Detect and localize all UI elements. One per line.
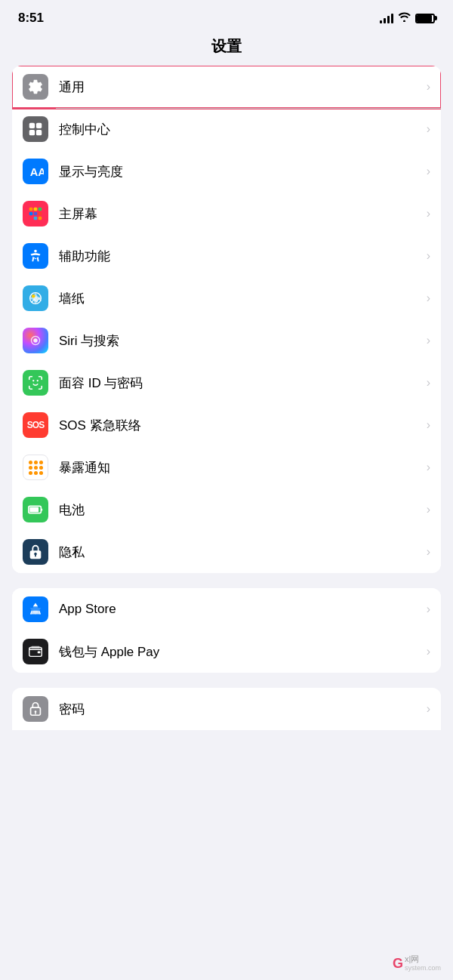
passwords-chevron: ›: [427, 702, 430, 716]
settings-item-control-center[interactable]: 控制中心 ›: [12, 108, 441, 150]
battery-chevron: ›: [427, 503, 430, 516]
svg-text:AA: AA: [30, 166, 44, 178]
homescreen-chevron: ›: [427, 207, 430, 220]
svg-rect-9: [34, 212, 38, 216]
siri-icon: [23, 328, 48, 353]
svg-rect-13: [39, 217, 42, 220]
svg-rect-12: [34, 217, 38, 220]
wallpaper-icon: [23, 285, 48, 311]
settings-item-faceid[interactable]: 面容 ID 与密码 ›: [12, 362, 441, 404]
settings-item-exposure[interactable]: 暴露通知 ›: [12, 446, 441, 488]
settings-item-privacy[interactable]: 隐私 ›: [12, 531, 441, 573]
svg-rect-10: [39, 212, 42, 216]
svg-rect-0: [29, 123, 35, 128]
exposure-dots-grid: [29, 461, 43, 475]
wallet-label: 钱包与 Apple Pay: [59, 643, 421, 661]
svg-rect-11: [29, 217, 33, 220]
faceid-chevron: ›: [427, 376, 430, 390]
status-icons: [380, 12, 435, 24]
sos-icon: SOS: [23, 412, 48, 438]
appstore-icon: [23, 596, 48, 622]
svg-rect-25: [32, 646, 40, 649]
wifi-icon: [398, 12, 411, 24]
watermark-text: x|网 system.com: [405, 954, 441, 972]
wallpaper-label: 墙纸: [59, 290, 421, 307]
sos-label: SOS 紧急联络: [59, 417, 421, 434]
settings-item-siri[interactable]: Siri 与搜索 ›: [12, 319, 441, 362]
accessibility-icon: [23, 243, 48, 269]
settings-section-3: 密码 ›: [12, 688, 441, 730]
battery-label: 电池: [59, 501, 421, 519]
passwords-label: 密码: [59, 701, 421, 718]
general-chevron: ›: [427, 80, 430, 94]
exposure-chevron: ›: [427, 461, 430, 474]
settings-item-display[interactable]: AA 显示与亮度 ›: [12, 150, 441, 193]
wallpaper-chevron: ›: [427, 291, 430, 305]
status-time: 8:51: [18, 11, 44, 26]
privacy-label: 隐私: [59, 544, 421, 561]
siri-chevron: ›: [427, 334, 430, 347]
siri-label: Siri 与搜索: [59, 332, 421, 350]
watermark-g: G: [393, 956, 403, 972]
svg-rect-24: [38, 652, 41, 654]
control-center-chevron: ›: [427, 122, 430, 136]
accessibility-label: 辅助功能: [59, 248, 421, 265]
wallet-icon: [23, 639, 48, 664]
passwords-icon: [23, 696, 48, 722]
battery-settings-icon: [23, 497, 48, 522]
display-icon: AA: [23, 159, 48, 184]
control-center-label: 控制中心: [59, 121, 421, 138]
faceid-label: 面容 ID 与密码: [59, 374, 421, 392]
settings-item-wallpaper[interactable]: 墙纸 ›: [12, 277, 441, 319]
display-chevron: ›: [427, 165, 430, 178]
settings-section-1: 通用 › 控制中心 › AA 显示与亮度 ›: [12, 66, 441, 573]
control-center-icon: [23, 116, 48, 142]
svg-rect-3: [36, 130, 42, 135]
settings-item-wallet[interactable]: 钱包与 Apple Pay ›: [12, 630, 441, 673]
battery-icon: [415, 14, 435, 23]
svg-rect-5: [29, 208, 33, 211]
settings-item-passwords[interactable]: 密码 ›: [12, 688, 441, 730]
homescreen-icon: [23, 201, 48, 227]
svg-rect-1: [36, 123, 42, 128]
svg-point-14: [34, 250, 37, 253]
svg-point-27: [35, 710, 37, 713]
sos-chevron: ›: [427, 418, 430, 432]
general-label: 通用: [59, 79, 421, 96]
exposure-icon: [23, 455, 48, 480]
wallet-chevron: ›: [427, 645, 430, 658]
settings-item-sos[interactable]: SOS SOS 紧急联络 ›: [12, 404, 441, 446]
svg-rect-2: [29, 130, 35, 135]
signal-icon: [380, 13, 393, 23]
settings-item-appstore[interactable]: App Store ›: [12, 588, 441, 630]
settings-item-accessibility[interactable]: 辅助功能 ›: [12, 235, 441, 277]
watermark: G x|网 system.com: [393, 954, 441, 972]
homescreen-label: 主屏幕: [59, 205, 421, 223]
display-label: 显示与亮度: [59, 163, 421, 180]
settings-item-homescreen[interactable]: 主屏幕 ›: [12, 193, 441, 235]
accessibility-chevron: ›: [427, 249, 430, 263]
svg-point-16: [32, 294, 35, 298]
svg-point-18: [33, 338, 38, 343]
svg-rect-8: [29, 212, 33, 216]
exposure-label: 暴露通知: [59, 459, 421, 476]
svg-rect-22: [29, 507, 39, 512]
privacy-chevron: ›: [427, 545, 430, 559]
status-bar: 8:51: [0, 0, 453, 30]
settings-item-general[interactable]: 通用 ›: [12, 66, 441, 108]
general-icon: [23, 74, 48, 100]
privacy-icon: [23, 539, 48, 565]
faceid-icon: [23, 370, 48, 396]
svg-rect-7: [39, 208, 42, 211]
appstore-chevron: ›: [427, 602, 430, 616]
page-title: 设置: [0, 30, 453, 66]
settings-item-battery[interactable]: 电池 ›: [12, 488, 441, 531]
settings-section-2: App Store › 钱包与 Apple Pay ›: [12, 588, 441, 673]
svg-rect-6: [34, 208, 38, 211]
appstore-label: App Store: [59, 602, 421, 617]
